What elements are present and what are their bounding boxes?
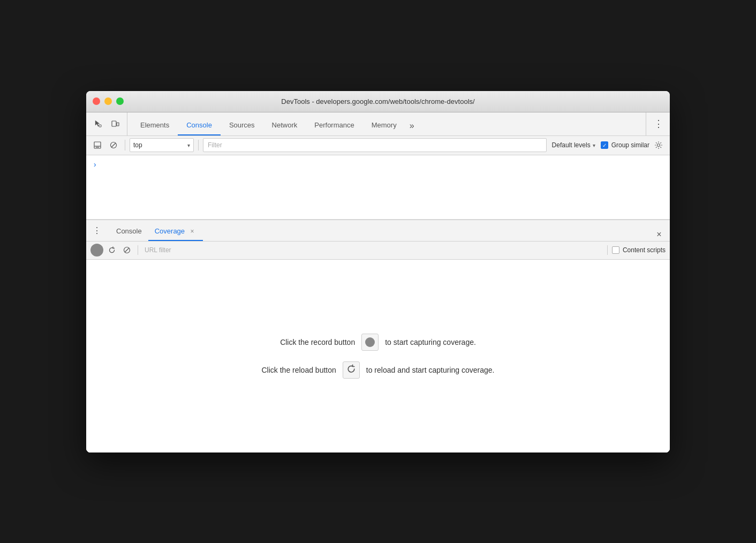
inspect-element-button[interactable] — [90, 116, 105, 131]
toolbar-divider-2 — [198, 140, 199, 150]
content-scripts-label: Content scripts — [623, 246, 666, 254]
coverage-content-area: Click the record button to start capturi… — [86, 260, 670, 452]
record-hint-row: Click the record button to start capturi… — [280, 334, 476, 351]
more-tabs-button[interactable]: » — [405, 116, 419, 135]
group-similar-area: ✓ Group similar — [601, 141, 649, 149]
coverage-toolbar: Content scripts — [86, 242, 670, 260]
svg-rect-0 — [99, 125, 101, 127]
block-icon — [110, 141, 117, 149]
window-title: DevTools - developers.google.com/web/too… — [281, 97, 474, 105]
inline-record-button[interactable] — [361, 334, 379, 351]
device-icon — [111, 119, 119, 128]
show-drawer-icon — [94, 141, 101, 149]
drawer-tab-bar: ⋮ Console Coverage × × — [86, 220, 670, 242]
group-similar-checkbox[interactable]: ✓ — [601, 141, 608, 149]
reload-coverage-button[interactable] — [105, 244, 118, 257]
show-drawer-button[interactable] — [90, 138, 104, 152]
drawer-more-button[interactable]: ⋮ — [90, 224, 103, 237]
content-scripts-checkbox[interactable] — [612, 246, 619, 254]
levels-selector[interactable]: Default levels ▾ — [549, 140, 599, 150]
tab-elements[interactable]: Elements — [132, 116, 178, 135]
devtools-settings-button[interactable]: ⋮ — [651, 116, 666, 131]
clear-console-button[interactable] — [107, 138, 120, 152]
reload-hint-row: Click the reload button to reload and st… — [261, 361, 494, 379]
url-filter-input[interactable] — [142, 244, 603, 257]
tab-bar-actions: ⋮ — [646, 112, 666, 135]
record-hint-prefix: Click the record button — [280, 338, 355, 346]
drawer-tab-console-label: Console — [116, 227, 142, 235]
tab-console[interactable]: Console — [178, 116, 221, 135]
drawer-tab-console[interactable]: Console — [110, 223, 148, 241]
drawer-tab-coverage-label: Coverage — [155, 227, 185, 235]
tab-network[interactable]: Network — [263, 116, 306, 135]
gear-icon — [654, 141, 663, 149]
context-label: top — [133, 141, 142, 149]
svg-rect-1 — [112, 121, 116, 126]
close-coverage-tab-button[interactable]: × — [188, 227, 196, 236]
reload-hint-suffix: to reload and start capturing coverage. — [366, 366, 495, 374]
console-filter-input[interactable] — [203, 138, 547, 152]
drawer-tabs-left: ⋮ — [90, 220, 108, 241]
inline-reload-button[interactable] — [343, 361, 360, 379]
inline-reload-icon — [346, 364, 356, 376]
devtools-panel: Elements Console Sources Network Perform… — [86, 112, 670, 452]
reload-icon — [108, 246, 116, 254]
group-similar-label: Group similar — [611, 141, 649, 149]
inline-record-circle — [365, 337, 375, 347]
tab-sources[interactable]: Sources — [221, 116, 263, 135]
tab-bar-left-icons — [90, 112, 127, 135]
console-settings-gear-button[interactable] — [652, 138, 666, 152]
drawer-tab-coverage[interactable]: Coverage × — [148, 223, 203, 241]
record-coverage-button[interactable] — [90, 244, 103, 257]
svg-line-7 — [111, 143, 116, 147]
content-scripts-area: Content scripts — [612, 246, 666, 254]
minimize-button[interactable] — [104, 97, 112, 105]
close-button[interactable] — [93, 97, 100, 105]
maximize-button[interactable] — [116, 97, 124, 105]
coverage-filter-divider-2 — [607, 245, 608, 255]
close-drawer-icon: × — [656, 230, 661, 239]
svg-point-8 — [657, 144, 660, 147]
reload-hint-prefix: Click the reload button — [261, 366, 336, 374]
main-tabs-list: Elements Console Sources Network Perform… — [127, 112, 646, 135]
svg-line-10 — [125, 248, 129, 252]
close-drawer-button[interactable]: × — [653, 228, 666, 241]
tab-performance[interactable]: Performance — [306, 116, 362, 135]
record-hint-suffix: to start capturing coverage. — [385, 338, 476, 346]
drawer-tabs-list: Console Coverage × — [108, 220, 653, 241]
context-selector[interactable]: top ▾ — [130, 138, 194, 152]
clear-coverage-button[interactable] — [120, 244, 133, 257]
console-prompt[interactable]: › — [93, 161, 97, 169]
levels-arrow: ▾ — [593, 142, 595, 148]
title-bar: DevTools - developers.google.com/web/too… — [86, 91, 670, 112]
cursor-icon — [94, 119, 102, 128]
context-arrow: ▾ — [187, 142, 190, 148]
svg-rect-2 — [117, 123, 119, 126]
tab-memory[interactable]: Memory — [363, 116, 405, 135]
console-toolbar: top ▾ Default levels ▾ ✓ Group similar — [86, 136, 670, 155]
main-tab-bar: Elements Console Sources Network Perform… — [86, 112, 670, 136]
console-content: › — [86, 155, 670, 220]
block-coverage-icon — [123, 246, 131, 254]
devtools-window: DevTools - developers.google.com/web/too… — [86, 91, 670, 452]
device-toggle-button[interactable] — [108, 116, 123, 131]
coverage-filter-divider — [138, 245, 138, 255]
vertical-dots-icon: ⋮ — [654, 118, 663, 130]
levels-label: Default levels — [552, 141, 591, 149]
toolbar-divider-1 — [125, 140, 125, 150]
drawer-panel: ⋮ Console Coverage × × — [86, 220, 670, 452]
window-controls — [93, 97, 124, 105]
